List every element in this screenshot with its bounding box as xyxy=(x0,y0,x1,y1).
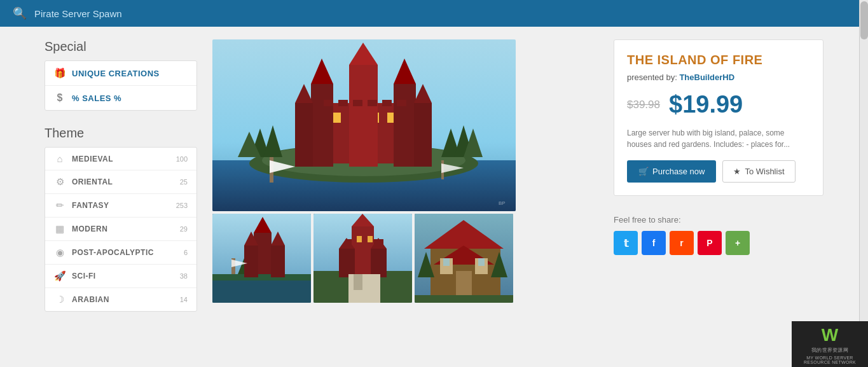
svg-rect-55 xyxy=(352,226,374,277)
product-title: THE ISLAND OF FIRE xyxy=(627,53,810,67)
sci-fi-item[interactable]: 🚀 SCI-FI 38 xyxy=(45,265,196,288)
arabian-count: 14 xyxy=(180,296,188,303)
twitter-icon: 𝕥 xyxy=(624,237,628,249)
watermark-network-text: MY WORLD SERVER RESOURCE NETWORK xyxy=(796,356,864,364)
svg-rect-57 xyxy=(339,249,355,277)
unique-creations-label: UNIQUE CREATIONS xyxy=(72,69,160,78)
svg-rect-28 xyxy=(368,100,377,106)
unique-creations-item[interactable]: 🎁 UNIQUE CREATIONS xyxy=(45,61,196,86)
scrollbar-thumb[interactable] xyxy=(860,1,868,39)
sale-price: $19.99 xyxy=(669,91,743,118)
moon-icon: ☽ xyxy=(54,294,65,305)
medieval-label: MEDIEVAL xyxy=(72,155,170,163)
thumbnail-2[interactable] xyxy=(313,214,412,303)
price-row: $39.98 $19.99 xyxy=(627,91,810,118)
watermark-logo: W xyxy=(796,326,864,344)
sidebar: Special 🎁 UNIQUE CREATIONS $ % SALES % T… xyxy=(45,39,197,327)
circle-icon: ◉ xyxy=(54,247,65,258)
svg-rect-45 xyxy=(271,246,285,277)
oriental-item[interactable]: ⚙ ORIENTAL 25 xyxy=(45,170,196,194)
svg-rect-20 xyxy=(414,103,432,167)
gift-icon: 🎁 xyxy=(54,67,65,79)
search-input[interactable] xyxy=(34,8,416,19)
rocket-icon: 🚀 xyxy=(54,270,65,282)
share-reddit-button[interactable]: r xyxy=(670,231,694,255)
arabian-label: ARABIAN xyxy=(72,295,174,304)
post-apocalyptic-label: POST-APOCALYPTIC xyxy=(72,248,177,257)
special-menu: 🎁 UNIQUE CREATIONS $ % SALES % xyxy=(45,60,197,111)
right-panel: THE ISLAND OF FIRE presented by: TheBuil… xyxy=(614,39,823,327)
main-product-image[interactable]: BP xyxy=(212,39,516,211)
modern-item[interactable]: ▦ MODERN 29 xyxy=(45,218,196,241)
svg-rect-30 xyxy=(397,100,406,106)
thumbnail-grid xyxy=(212,214,598,303)
thumbnail-3[interactable] xyxy=(415,214,513,303)
wishlist-label: To Wishlist xyxy=(745,167,784,176)
dollar-icon: $ xyxy=(54,92,65,104)
product-description: Large server hub with big island, palace… xyxy=(627,127,810,150)
svg-rect-25 xyxy=(324,100,333,106)
scrollbar[interactable] xyxy=(859,0,868,367)
svg-rect-73 xyxy=(478,258,485,266)
svg-rect-71 xyxy=(443,258,450,266)
medieval-item[interactable]: ⌂ MEDIEVAL 100 xyxy=(45,148,196,170)
svg-rect-29 xyxy=(382,100,392,106)
pinterest-icon: P xyxy=(706,238,712,248)
purchase-button[interactable]: 🛒 Purchase now xyxy=(627,160,716,183)
watermark: W 我的世界资源网 MY WORLD SERVER RESOURCE NETWO… xyxy=(792,321,868,367)
svg-rect-26 xyxy=(338,100,348,106)
svg-rect-43 xyxy=(244,246,258,277)
watermark-subtext: 我的世界资源网 xyxy=(796,347,864,354)
reddit-icon: r xyxy=(680,238,683,248)
svg-rect-64 xyxy=(354,274,362,290)
presenter-prefix: presented by: xyxy=(627,73,677,82)
svg-rect-77 xyxy=(415,295,513,303)
svg-rect-59 xyxy=(371,249,387,277)
share-more-button[interactable]: + xyxy=(726,231,750,255)
svg-rect-15 xyxy=(311,84,333,167)
sales-label: % SALES % xyxy=(72,93,121,103)
post-apocalyptic-count: 6 xyxy=(184,249,188,256)
oriental-label: ORIENTAL xyxy=(72,177,174,186)
svg-rect-16 xyxy=(394,84,416,167)
product-presenter: presented by: TheBuilderHD xyxy=(627,73,810,82)
svg-rect-27 xyxy=(353,100,362,106)
center-content: BP xyxy=(212,39,598,327)
fantasy-item[interactable]: ✏ FANTASY 253 xyxy=(45,194,196,218)
header-bar: 🔍 xyxy=(0,0,868,27)
share-facebook-button[interactable]: f xyxy=(642,231,666,255)
share-section: Feel free to share: 𝕥 f r P + xyxy=(614,209,823,261)
svg-text:BP: BP xyxy=(499,200,506,206)
sci-fi-label: SCI-FI xyxy=(72,272,174,280)
brush-icon: ✏ xyxy=(54,200,65,211)
modern-count: 29 xyxy=(180,225,188,233)
share-pinterest-button[interactable]: P xyxy=(698,231,722,255)
wishlist-button[interactable]: ★ To Wishlist xyxy=(722,160,795,183)
modern-label: MODERN xyxy=(72,225,174,233)
gear-icon: ⚙ xyxy=(54,176,65,188)
post-apocalyptic-item[interactable]: ◉ POST-APOCALYPTIC 6 xyxy=(45,241,196,265)
cart-icon: 🛒 xyxy=(638,167,649,176)
svg-rect-61 xyxy=(357,236,362,242)
facebook-icon: f xyxy=(652,238,656,248)
search-icon: 🔍 xyxy=(13,6,27,20)
arabian-item[interactable]: ☽ ARABIAN 14 xyxy=(45,288,196,311)
purchase-label: Purchase now xyxy=(652,167,705,176)
home-icon: ⌂ xyxy=(54,153,65,164)
presenter-name: TheBuilderHD xyxy=(679,73,734,82)
svg-rect-23 xyxy=(349,65,378,167)
share-title: Feel free to share: xyxy=(614,215,823,225)
svg-rect-11 xyxy=(333,113,341,123)
svg-rect-19 xyxy=(295,103,313,167)
oriental-count: 25 xyxy=(180,178,188,186)
svg-rect-62 xyxy=(368,236,373,242)
product-card: THE ISLAND OF FIRE presented by: TheBuil… xyxy=(614,39,823,196)
theme-section-title: Theme xyxy=(45,126,197,141)
share-twitter-button[interactable]: 𝕥 xyxy=(614,231,638,255)
svg-rect-63 xyxy=(348,274,380,303)
main-container: Special 🎁 UNIQUE CREATIONS $ % SALES % T… xyxy=(0,27,868,340)
thumbnail-1[interactable] xyxy=(212,214,311,303)
sales-item[interactable]: $ % SALES % xyxy=(45,86,196,110)
sci-fi-count: 38 xyxy=(180,272,188,280)
theme-menu: ⌂ MEDIEVAL 100 ⚙ ORIENTAL 25 ✏ FANTASY 2… xyxy=(45,147,197,312)
